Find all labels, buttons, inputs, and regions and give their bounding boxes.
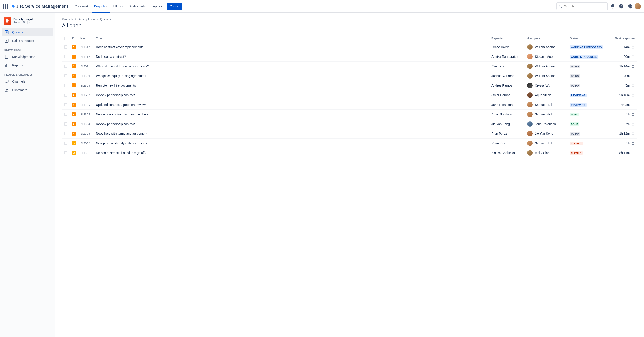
assignee-cell[interactable]: Jie Yan Song bbox=[527, 131, 565, 136]
assignee-cell[interactable]: Jane Rotanson bbox=[527, 121, 565, 127]
status-badge[interactable]: REVIEWING bbox=[570, 103, 586, 107]
table-row[interactable]: BLE-01Do contracted staff need to sign-o… bbox=[62, 148, 637, 158]
row-checkbox[interactable] bbox=[64, 84, 67, 87]
row-checkbox[interactable] bbox=[64, 65, 67, 68]
breadcrumb-queues[interactable]: Queues bbox=[100, 18, 111, 21]
table-row[interactable]: BLE-06Updated contract agreement reviewJ… bbox=[62, 100, 637, 110]
nav-projects[interactable]: Projects▾ bbox=[92, 3, 110, 10]
issue-title[interactable]: New proof of identity with documents bbox=[94, 139, 489, 148]
col-assignee[interactable]: Assignee bbox=[525, 35, 568, 42]
col-type[interactable]: T bbox=[70, 35, 78, 42]
table-row[interactable]: ?BLE-12Does contract cover replacements?… bbox=[62, 42, 637, 52]
row-checkbox[interactable] bbox=[64, 55, 67, 58]
brand-logo[interactable]: Jira Service Management bbox=[10, 4, 68, 9]
status-badge[interactable]: TO DO bbox=[570, 84, 580, 88]
table-row[interactable]: BLE-03Need help with terms and agreement… bbox=[62, 129, 637, 139]
table-row[interactable]: BLE-04Review partnership contractJie Yan… bbox=[62, 119, 637, 129]
issue-title[interactable]: When do I need to renew documents? bbox=[94, 62, 489, 71]
row-checkbox[interactable] bbox=[64, 122, 67, 126]
issue-key[interactable]: BLE-03 bbox=[78, 129, 94, 139]
nav-your-work[interactable]: Your work bbox=[73, 3, 91, 10]
sidebar-item-queues[interactable]: Queues bbox=[2, 28, 53, 36]
status-badge[interactable]: WORK IN PROGRESS bbox=[570, 55, 598, 59]
create-button[interactable]: Create bbox=[166, 3, 182, 10]
col-key[interactable]: Key bbox=[78, 35, 94, 42]
col-title[interactable]: Title bbox=[94, 35, 489, 42]
sidebar-item-channels[interactable]: Channels bbox=[2, 77, 53, 86]
issue-title[interactable]: Updated contract agreement review bbox=[94, 100, 489, 110]
issue-title[interactable]: Do contracted staff need to sign-off? bbox=[94, 148, 489, 158]
col-first-response[interactable]: First response bbox=[608, 35, 637, 42]
issue-title[interactable]: Need help with terms and agreement bbox=[94, 129, 489, 139]
status-badge[interactable]: WORKING IN PROGRESS bbox=[570, 46, 603, 49]
issue-title[interactable]: Review partnership contract bbox=[94, 119, 489, 129]
issue-key[interactable]: BLE-12 bbox=[78, 42, 94, 52]
issue-key[interactable]: BLE-05 bbox=[78, 110, 94, 119]
assignee-cell[interactable]: Samuel Hall bbox=[527, 141, 565, 146]
col-status[interactable]: Status bbox=[568, 35, 608, 42]
issue-key[interactable]: BLE-04 bbox=[78, 119, 94, 129]
issue-key[interactable]: BLE-06 bbox=[78, 100, 94, 110]
table-row[interactable]: ?BLE-11When do I need to renew documents… bbox=[62, 62, 637, 71]
issue-key[interactable]: BLE-01 bbox=[78, 148, 94, 158]
assignee-cell[interactable]: William Adams bbox=[527, 44, 565, 50]
user-avatar[interactable] bbox=[634, 3, 641, 10]
issue-key[interactable]: BLE-07 bbox=[78, 90, 94, 100]
issue-key[interactable]: BLE-12 bbox=[78, 52, 94, 62]
table-row[interactable]: BLE-05New online contract for new member… bbox=[62, 110, 637, 119]
nav-dashboards[interactable]: Dashboards▾ bbox=[126, 3, 150, 10]
status-badge[interactable]: DONE bbox=[570, 113, 580, 116]
table-row[interactable]: ?BLE-08Remote new hire documentsAndres R… bbox=[62, 81, 637, 90]
sidebar-item-knowledge-base[interactable]: Knowledge base bbox=[2, 53, 53, 61]
assignee-cell[interactable]: Molly Clark bbox=[527, 150, 565, 156]
assignee-cell[interactable]: Arjun Singh bbox=[527, 92, 565, 98]
issue-key[interactable]: BLE-11 bbox=[78, 62, 94, 71]
status-badge[interactable]: TO DO bbox=[570, 65, 580, 68]
issue-key[interactable]: BLE-02 bbox=[78, 139, 94, 148]
table-row[interactable]: ?BLE-09Workplace equity traning agreemen… bbox=[62, 71, 637, 81]
row-checkbox[interactable] bbox=[64, 132, 67, 135]
breadcrumb-project[interactable]: Bancly Legal bbox=[78, 18, 96, 21]
row-checkbox[interactable] bbox=[64, 74, 67, 77]
sidebar-item-raise-request[interactable]: Raise a request bbox=[2, 37, 53, 45]
notifications-icon[interactable] bbox=[609, 3, 616, 10]
issue-key[interactable]: BLE-08 bbox=[78, 81, 94, 90]
sidebar-item-reports[interactable]: Reports bbox=[2, 61, 53, 69]
status-badge[interactable]: DONE bbox=[570, 122, 580, 126]
assignee-cell[interactable]: William Adams bbox=[527, 73, 565, 79]
issue-title[interactable]: Remote new hire documents bbox=[94, 81, 489, 90]
issue-title[interactable]: Does contract cover replacements? bbox=[94, 42, 489, 52]
help-icon[interactable]: ? bbox=[618, 3, 625, 10]
issue-title[interactable]: Do I need a contract? bbox=[94, 52, 489, 62]
row-checkbox[interactable] bbox=[64, 113, 67, 116]
table-row[interactable]: BLE-07Review partnership contractOmar Da… bbox=[62, 90, 637, 100]
select-all-checkbox[interactable] bbox=[64, 37, 67, 40]
status-badge[interactable]: CLOSED bbox=[570, 151, 582, 155]
status-badge[interactable]: TO DO bbox=[570, 132, 580, 136]
nav-apps[interactable]: Apps▾ bbox=[151, 3, 164, 10]
status-badge[interactable]: TO DO bbox=[570, 74, 580, 78]
assignee-cell[interactable]: Samuel Hall bbox=[527, 112, 565, 117]
project-header[interactable]: Bancly Legal Service Project bbox=[2, 16, 53, 28]
status-badge[interactable]: REVIEWING bbox=[570, 94, 586, 97]
search-input[interactable] bbox=[556, 3, 608, 10]
app-switcher-icon[interactable] bbox=[3, 4, 8, 9]
row-checkbox[interactable] bbox=[64, 103, 67, 106]
nav-filters[interactable]: Filters▾ bbox=[110, 3, 126, 10]
assignee-cell[interactable]: William Adams bbox=[527, 64, 565, 69]
sidebar-item-customers[interactable]: Customers bbox=[2, 86, 53, 94]
issue-key[interactable]: BLE-09 bbox=[78, 71, 94, 81]
row-checkbox[interactable] bbox=[64, 151, 67, 154]
assignee-cell[interactable]: Stefanie Auer bbox=[527, 54, 565, 59]
table-row[interactable]: BLE-02New proof of identity with documen… bbox=[62, 139, 637, 148]
assignee-cell[interactable]: Samuel Hall bbox=[527, 102, 565, 107]
issue-title[interactable]: Workplace equity traning agreement bbox=[94, 71, 489, 81]
row-checkbox[interactable] bbox=[64, 94, 67, 97]
issue-title[interactable]: New online contract for new members bbox=[94, 110, 489, 119]
status-badge[interactable]: CLOSED bbox=[570, 142, 582, 145]
table-row[interactable]: ?BLE-12Do I need a contract?Annika Ranga… bbox=[62, 52, 637, 62]
col-reporter[interactable]: Reporter bbox=[489, 35, 525, 42]
row-checkbox[interactable] bbox=[64, 46, 67, 49]
assignee-cell[interactable]: Crystal Wu bbox=[527, 83, 565, 88]
row-checkbox[interactable] bbox=[64, 142, 67, 145]
